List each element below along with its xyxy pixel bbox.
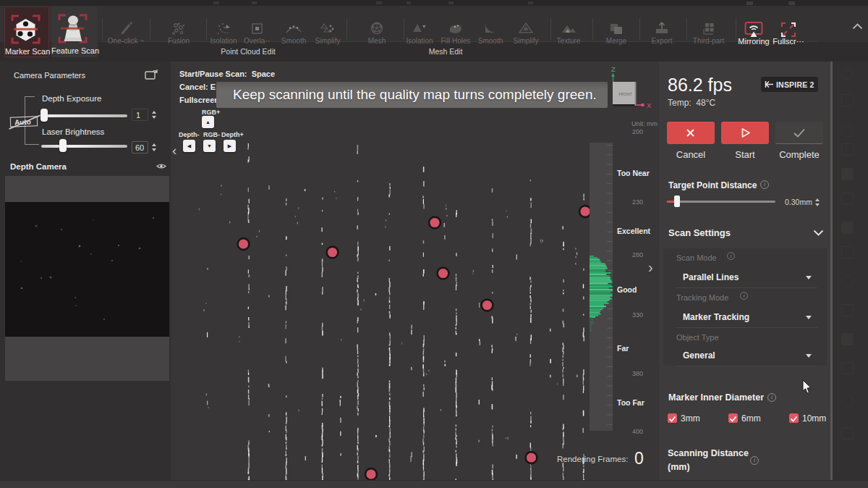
svg-text:FRONT: FRONT	[619, 92, 633, 96]
svg-text:Z: Z	[611, 65, 616, 73]
svg-text:X: X	[647, 101, 652, 109]
